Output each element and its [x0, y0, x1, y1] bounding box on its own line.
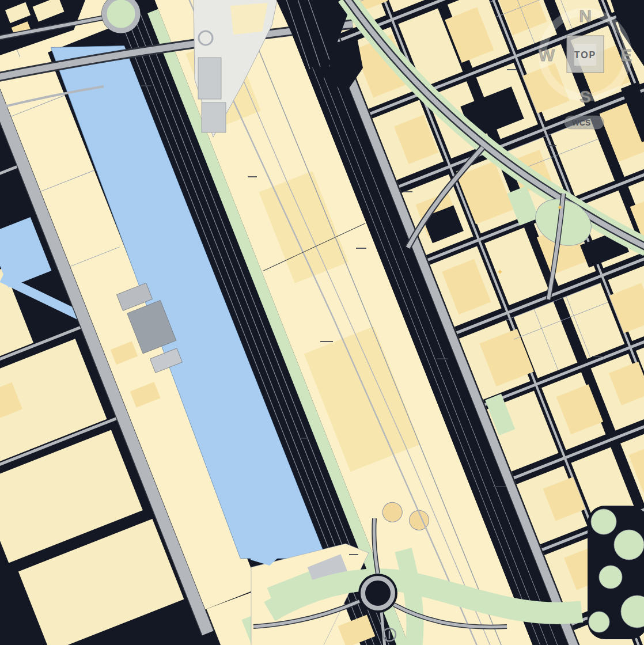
- wcs-label: WCS: [572, 118, 591, 127]
- viewcube-top-label: TOP: [574, 50, 597, 60]
- map-drawing: [0, 0, 644, 645]
- autocad-viewport: N W E S TOP WCS: [0, 0, 644, 645]
- map-canvas[interactable]: N W E S TOP WCS: [0, 0, 644, 645]
- viewcube-north[interactable]: N: [579, 6, 592, 25]
- viewcube-east[interactable]: E: [620, 45, 632, 64]
- viewcube-west[interactable]: W: [539, 45, 555, 64]
- wcs-dropdown[interactable]: WCS: [565, 116, 604, 129]
- viewcube-face-top[interactable]: TOP: [567, 36, 604, 73]
- viewcube-south[interactable]: S: [579, 87, 591, 106]
